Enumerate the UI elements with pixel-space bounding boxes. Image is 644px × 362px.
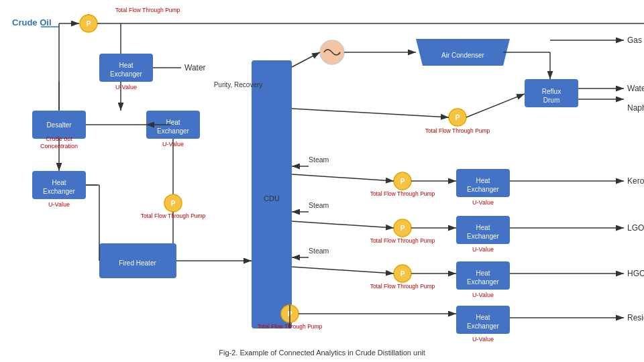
pump-4-label: P <box>400 178 405 185</box>
hx2-label-1: Heat <box>52 179 66 186</box>
total-flow-4: Total Flow Through Pump <box>370 190 435 197</box>
hx2-label-2: Exchanger <box>43 188 75 195</box>
total-flow-6: Total Flow Through Pump <box>370 283 435 290</box>
cdu-compressor <box>292 52 320 67</box>
hgo-label: HGO <box>627 269 644 278</box>
hx6-label-2: Exchanger <box>467 278 499 286</box>
water-out-label: Water <box>627 84 644 93</box>
cdu-pump4 <box>292 174 394 181</box>
steam-label-1: Steam <box>309 156 329 164</box>
pump-6-label: P <box>400 270 405 278</box>
reflux-drum-label-1: Reflux <box>542 88 561 95</box>
pump-2-label: P <box>171 200 176 207</box>
pump-3-label: P <box>455 114 460 121</box>
air-condenser-label: Air Condenser <box>441 52 485 59</box>
hx4-u-value: U-Value <box>472 199 494 206</box>
residuals-label: Residuals <box>627 313 644 322</box>
reflux-drum-label-2: Drum <box>543 97 559 104</box>
crude-oil-label: Crude Oil <box>12 17 52 27</box>
steam-label-3: Steam <box>309 247 329 255</box>
caption: Fig-2. Example of Connected Analytics in… <box>219 349 425 357</box>
total-flow-3: Total Flow Through Pump <box>425 127 490 134</box>
cdu-pump3 <box>292 109 449 117</box>
hx5-label-1: Heat <box>476 224 490 231</box>
cdu-label: CDU <box>264 194 280 202</box>
pump-1-label: P <box>87 20 91 27</box>
hx7-u-value: U-Value <box>472 336 494 343</box>
hx5-label-2: Exchanger <box>467 233 499 240</box>
kerosene-label: Kerosene <box>627 176 644 186</box>
cdu-pump5 <box>292 221 394 228</box>
water-label: Water <box>184 63 206 72</box>
total-flow-5: Total Flow Through Pump <box>370 237 435 244</box>
steam-label-2: Steam <box>309 201 329 209</box>
hx1-label-1: Heat <box>119 62 133 69</box>
hx4-label-2: Exchanger <box>467 186 499 193</box>
cdu-pump6 <box>292 267 394 274</box>
desalter-label: Desalter <box>46 121 72 129</box>
hx2-u-value: U-Value <box>48 201 70 208</box>
hx6-label-1: Heat <box>476 269 490 277</box>
hx1-u-value: U-Value <box>115 84 137 90</box>
hx7-label-1: Heat <box>476 314 490 321</box>
gas-label: Gas <box>627 36 642 45</box>
purity-recovery: Purity, Recovery <box>214 81 263 88</box>
hx4-label-1: Heat <box>476 177 490 184</box>
hx7-label-2: Exchanger <box>467 322 499 330</box>
hx1-label-2: Exchanger <box>110 70 142 78</box>
naphtha-label: Naphtha <box>627 103 644 113</box>
hx6-u-value: U-Value <box>472 292 494 298</box>
hx5-u-value: U-Value <box>472 246 494 253</box>
total-flow-top: Total Flow Through Pump <box>115 7 180 13</box>
pump-5-label: P <box>400 225 405 232</box>
hx3-label-2: Exchanger <box>157 127 189 135</box>
pump3-reflux <box>466 94 525 117</box>
lgo-label: LGO <box>627 223 644 233</box>
fired-heater-label: Fired Heater <box>119 259 156 267</box>
